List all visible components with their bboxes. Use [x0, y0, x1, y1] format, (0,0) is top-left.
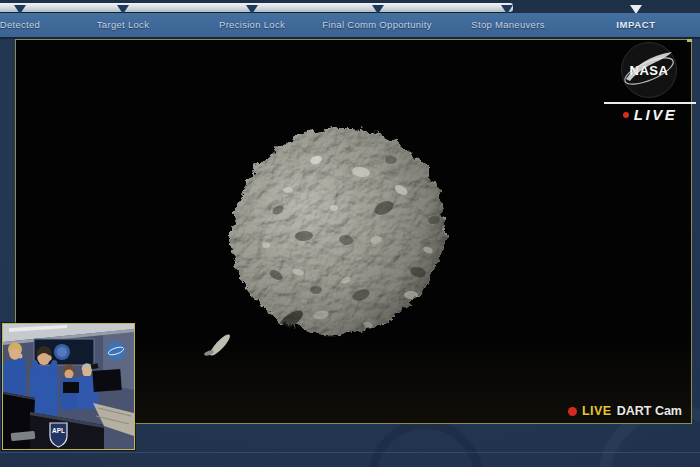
- milestone-label-impact: IMPACT: [616, 19, 655, 30]
- live-divider: [604, 102, 696, 104]
- mission-timeline-track: [0, 0, 700, 13]
- background-watermark-circle: [368, 420, 483, 467]
- camera-live-label: LIVE: [582, 404, 612, 418]
- background-accent-line: [0, 452, 700, 453]
- live-badge: LIVE: [604, 106, 696, 123]
- milestone-label-target-lock: Target Lock: [97, 19, 149, 30]
- live-badge-text: LIVE: [634, 106, 677, 123]
- nasa-tv-frame: Detected Target Lock Precision Lock Fina…: [0, 0, 700, 467]
- live-dot-icon: [623, 112, 629, 118]
- mission-control-pip: APL: [2, 323, 135, 450]
- apl-shield-text: APL: [52, 427, 65, 434]
- mission-control-scene: APL: [3, 324, 134, 449]
- milestone-label-detected: Detected: [0, 19, 40, 30]
- milestone-label-stop-maneuvers: Stop Maneuvers: [471, 19, 544, 30]
- apl-shield: APL: [50, 423, 67, 447]
- console-laptop: [63, 382, 79, 393]
- console-monitor: [92, 369, 121, 392]
- milestone-label-final-comm: Final Comm Opportunity: [322, 19, 432, 30]
- milestone-label-precision-lock: Precision Lock: [219, 19, 285, 30]
- camera-badge: LIVE DART Cam: [568, 404, 682, 418]
- camera-name-label: DART Cam: [617, 404, 682, 418]
- camera-live-dot-icon: [568, 407, 577, 416]
- nasa-logo: NASA: [620, 41, 678, 99]
- mission-timeline-labels: Detected Target Lock Precision Lock Fina…: [0, 13, 700, 39]
